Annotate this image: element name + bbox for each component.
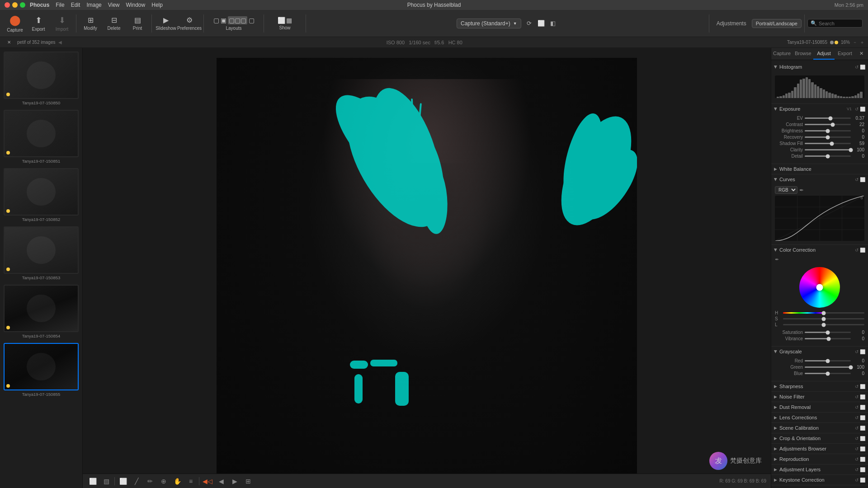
menu-help[interactable]: Help bbox=[151, 2, 163, 8]
maximize-button[interactable] bbox=[20, 2, 25, 8]
vibrance-slider[interactable] bbox=[805, 338, 851, 339]
capture-button[interactable]: ⬤ Capture bbox=[4, 12, 26, 35]
slider-track-brightness[interactable] bbox=[805, 130, 851, 131]
adj-browser-header[interactable]: ▶ Adjustments Browser ↺ ⬜ bbox=[771, 444, 868, 454]
view-split-btn[interactable]: ▧ bbox=[101, 476, 112, 487]
dust-header[interactable]: ▶ Dust Removal ↺ ⬜ bbox=[771, 402, 868, 412]
slideshow-button[interactable]: ▶ Slideshow bbox=[155, 12, 177, 35]
slider-track-ev[interactable] bbox=[805, 117, 851, 119]
adj-layers-expand-icon[interactable]: ⬜ bbox=[860, 467, 865, 472]
keystone-reset-icon[interactable]: ↺ bbox=[855, 478, 859, 483]
saturation-full-slider[interactable] bbox=[805, 332, 851, 333]
saturation-slider[interactable] bbox=[783, 318, 864, 319]
reproduction-header[interactable]: ▶ Reproduction ↺ ⬜ bbox=[771, 454, 868, 464]
thumbnail-item-active[interactable]: Tanya19-07-150855 bbox=[4, 343, 79, 397]
grayscale-expand-icon[interactable]: ⬜ bbox=[860, 349, 865, 354]
gray-track-red[interactable] bbox=[805, 360, 851, 361]
exposure-expand-icon[interactable]: ⬜ bbox=[860, 107, 865, 112]
export-button[interactable]: ⬆ Export bbox=[27, 12, 50, 35]
adj-browser-reset-icon[interactable]: ↺ bbox=[855, 446, 859, 451]
color-wheel[interactable] bbox=[799, 267, 840, 308]
curves-channel-select[interactable]: RGB R G B bbox=[775, 186, 797, 194]
histogram-expand-icon[interactable]: ⬜ bbox=[860, 65, 865, 70]
zoom-out-icon[interactable]: － bbox=[853, 39, 857, 46]
exposure-header[interactable]: ▶ Exposure V1 ↺ ⬜ bbox=[771, 104, 868, 114]
nav-right-btn[interactable]: ▶ bbox=[229, 476, 240, 487]
slider-track-clarity[interactable] bbox=[805, 149, 851, 150]
grayscale-reset-icon[interactable]: ↺ bbox=[855, 349, 859, 354]
crop-header[interactable]: ▶ Crop & Orientation ↺ ⬜ bbox=[771, 433, 868, 443]
menu-window[interactable]: Window bbox=[126, 2, 146, 8]
capture-ctrl-btn-2[interactable]: ⬜ bbox=[536, 18, 547, 29]
brush-tool-btn[interactable]: ✏ bbox=[145, 476, 156, 487]
color-wheel-container[interactable] bbox=[775, 264, 864, 310]
portrait-landscape-button[interactable]: Portrait/Landscape bbox=[752, 19, 802, 28]
thumbnail-item[interactable]: Tanya19-07-150851 bbox=[4, 110, 79, 164]
curves-reset-icon[interactable]: ↺ bbox=[855, 177, 859, 182]
menu-image[interactable]: Image bbox=[86, 2, 101, 8]
repro-expand-icon[interactable]: ⬜ bbox=[860, 457, 865, 462]
slider-track-recovery[interactable] bbox=[805, 136, 851, 138]
crop-reset-icon[interactable]: ↺ bbox=[855, 436, 859, 441]
delete-button[interactable]: ⊟ Delete bbox=[103, 12, 125, 35]
draw-tool-btn[interactable]: ╱ bbox=[131, 476, 142, 487]
view-single-btn[interactable]: ⬜ bbox=[87, 476, 98, 487]
levels-tool-btn[interactable]: ≡ bbox=[185, 476, 196, 487]
thumbnail-item[interactable]: Tanya19-07-150854 bbox=[4, 285, 79, 338]
histogram-reset-icon[interactable]: ↺ bbox=[855, 65, 859, 70]
menu-edit[interactable]: Edit bbox=[71, 2, 80, 8]
crop-expand-icon[interactable]: ⬜ bbox=[860, 436, 865, 441]
zoom-tool-btn[interactable]: ⊕ bbox=[158, 476, 169, 487]
import-button[interactable]: ⬇ Import bbox=[51, 12, 73, 35]
preferences-button[interactable]: ⚙ Preferences bbox=[178, 12, 201, 35]
keystone-header[interactable]: ▶ Keystone Correction ↺ ⬜ bbox=[771, 475, 868, 485]
show-button[interactable]: ⬜ ▦ Show bbox=[267, 12, 303, 35]
scene-cal-header[interactable]: ▶ Scene Calibration ↺ ⬜ bbox=[771, 423, 868, 433]
search-input[interactable] bbox=[819, 21, 859, 26]
menu-phocus[interactable]: Phocus bbox=[30, 2, 49, 8]
gray-track-green[interactable] bbox=[805, 366, 851, 368]
tab-browse[interactable]: Browse bbox=[793, 48, 813, 60]
curves-header[interactable]: ▶ Curves ↺ ⬜ bbox=[771, 174, 868, 184]
lens-reset-icon[interactable]: ↺ bbox=[855, 415, 859, 420]
gray-track-blue[interactable] bbox=[805, 373, 851, 374]
capture-mode-dropdown[interactable]: Capture (Standard+) ▼ bbox=[457, 19, 521, 28]
cc-reset-icon[interactable]: ↺ bbox=[855, 248, 859, 253]
noise-filter-header[interactable]: ▶ Noise Filter ↺ ⬜ bbox=[771, 392, 868, 402]
slider-track-contrast[interactable] bbox=[805, 124, 851, 125]
exposure-reset-icon[interactable]: ↺ bbox=[855, 107, 859, 112]
thumbnail-item[interactable]: Tanya19-07-150852 bbox=[4, 168, 79, 222]
sharpness-header[interactable]: ▶ Sharpness ↺ ⬜ bbox=[771, 381, 868, 391]
cc-expand-icon[interactable]: ⬜ bbox=[860, 248, 865, 253]
modify-button[interactable]: ⊞ Modify bbox=[79, 12, 102, 35]
lightness-slider[interactable] bbox=[783, 324, 864, 325]
panel-pin-btn[interactable]: ✕ bbox=[856, 48, 867, 59]
sharpness-expand-icon[interactable]: ⬜ bbox=[860, 384, 865, 389]
cc-eyedropper-icon[interactable]: ✒ bbox=[775, 257, 779, 262]
scene-expand-icon[interactable]: ⬜ bbox=[860, 426, 865, 431]
close-tab-btn[interactable]: ✕ bbox=[4, 37, 14, 48]
dust-expand-icon[interactable]: ⬜ bbox=[860, 405, 865, 410]
tab-export[interactable]: Export bbox=[835, 48, 855, 60]
adj-layers-reset-icon[interactable]: ↺ bbox=[855, 467, 859, 472]
menu-file[interactable]: File bbox=[56, 2, 64, 8]
menu-view[interactable]: View bbox=[108, 2, 120, 8]
lens-expand-icon[interactable]: ⬜ bbox=[860, 415, 865, 420]
nav-left-btn[interactable]: ◀ bbox=[216, 476, 226, 487]
layouts-button[interactable]: ▢ ▣ ▢▢▢ ▢ Layouts bbox=[207, 12, 261, 35]
capture-ctrl-btn-3[interactable]: ◧ bbox=[547, 18, 558, 29]
curves-eyedropper-icon[interactable]: ✒ bbox=[799, 187, 804, 193]
white-balance-header[interactable]: ▶ White Balance bbox=[771, 164, 868, 174]
grayscale-header[interactable]: ▶ Grayscale ↺ ⬜ bbox=[771, 347, 868, 357]
slider-track-detail[interactable] bbox=[805, 155, 851, 157]
slider-track-shadow fill[interactable] bbox=[805, 143, 851, 144]
noise-expand-icon[interactable]: ⬜ bbox=[860, 394, 865, 399]
histogram-header[interactable]: ▶ Histogram ↺ ⬜ bbox=[771, 62, 868, 72]
repro-reset-icon[interactable]: ↺ bbox=[855, 457, 859, 462]
sharpness-reset-icon[interactable]: ↺ bbox=[855, 384, 859, 389]
tab-capture[interactable]: Capture bbox=[771, 48, 793, 60]
noise-reset-icon[interactable]: ↺ bbox=[855, 394, 859, 399]
adj-layers-header[interactable]: ▶ Adjustment Layers ↺ ⬜ bbox=[771, 465, 868, 474]
minimize-button[interactable] bbox=[12, 2, 18, 8]
hand-tool-btn[interactable]: ✋ bbox=[172, 476, 183, 487]
